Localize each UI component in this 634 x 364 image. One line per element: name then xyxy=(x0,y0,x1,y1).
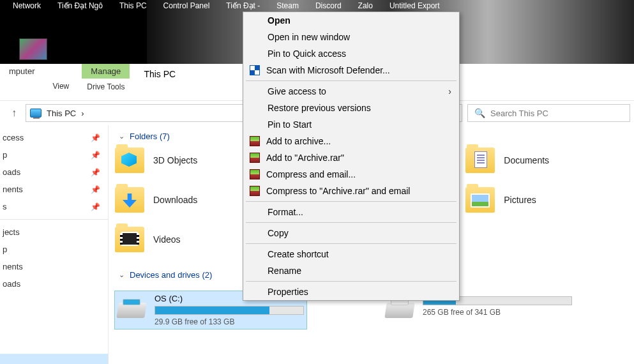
pin-icon: 📌 xyxy=(91,133,100,142)
search-icon: 🔍 xyxy=(474,108,485,118)
context-menu-label: Pin to Quick access xyxy=(268,49,346,59)
sidebar-item-label: s xyxy=(3,202,7,211)
folder-label: Videos xyxy=(153,234,181,245)
sidebar-item[interactable]: p📌 xyxy=(0,146,108,163)
drive-usage-bar xyxy=(155,306,304,315)
context-menu-label: Scan with Microsoft Defender... xyxy=(266,65,390,75)
folder-item[interactable]: Documents xyxy=(465,148,549,173)
pin-icon: 📌 xyxy=(91,151,100,160)
tab-manage[interactable]: Manage xyxy=(82,64,130,79)
context-menu-item[interactable]: Add to "Archive.rar" xyxy=(243,149,459,166)
context-menu-item[interactable]: Add to archive... xyxy=(243,133,459,149)
folders-group-label: Folders (7) xyxy=(130,132,170,141)
desktop-icon[interactable]: Discord xyxy=(315,0,342,10)
defender-icon xyxy=(250,65,260,75)
drive-icon xyxy=(117,296,146,318)
desktop-icon[interactable]: Zalo xyxy=(358,0,373,10)
desktop-icon[interactable]: Tiến Đạt - xyxy=(226,0,260,10)
sidebar-selection xyxy=(0,354,108,364)
folder-item[interactable]: 3D Objects xyxy=(115,148,197,173)
desktop-icon[interactable]: Untitled Export xyxy=(389,0,440,10)
folder-icon xyxy=(115,148,144,173)
context-menu-label: Rename xyxy=(268,266,301,276)
folder-label: 3D Objects xyxy=(153,155,197,165)
search-placeholder: Search This PC xyxy=(490,109,548,118)
context-menu: OpenOpen in new windowPin to Quick acces… xyxy=(243,11,460,301)
winrar-icon xyxy=(250,169,260,179)
desktop-icon[interactable]: Control Panel xyxy=(163,0,210,10)
context-menu-item[interactable]: Compress to "Archive.rar" and email xyxy=(243,183,459,199)
context-menu-label: Pin to Start xyxy=(268,119,312,130)
context-menu-label: Open xyxy=(268,15,291,26)
sidebar-item[interactable]: nents📌 xyxy=(0,181,108,198)
folder-item[interactable]: Pictures xyxy=(465,187,549,213)
sidebar-item-label: nents xyxy=(3,262,23,271)
winrar-icon xyxy=(250,136,260,146)
context-menu-item[interactable]: Format... xyxy=(243,204,459,220)
tab-view[interactable]: View xyxy=(43,78,78,95)
pin-icon: 📌 xyxy=(91,185,100,194)
pin-icon: 📌 xyxy=(91,168,100,177)
folder-icon xyxy=(115,187,144,213)
sidebar-item[interactable]: p xyxy=(0,241,108,258)
context-menu-item[interactable]: Rename xyxy=(243,262,459,279)
window-title: This PC xyxy=(133,64,186,84)
context-menu-item[interactable]: Open xyxy=(243,12,459,29)
desktop-icon[interactable]: Network xyxy=(13,0,41,10)
desktop-icon[interactable]: Steam xyxy=(276,0,299,10)
context-menu-item[interactable]: Create shortcut xyxy=(243,246,459,262)
context-menu-label: Properties xyxy=(268,287,308,297)
tab-computer[interactable]: mputer xyxy=(0,64,43,79)
sidebar-item[interactable]: s📌 xyxy=(0,198,108,215)
sidebar-item[interactable]: ccess📌 xyxy=(0,129,108,146)
drive-free-text: 265 GB free of 341 GB xyxy=(423,308,572,317)
sidebar-separator xyxy=(0,219,108,220)
sidebar-item[interactable]: nents xyxy=(0,258,108,275)
sidebar-item-label: jects xyxy=(3,227,20,237)
tab-drive-tools[interactable]: Drive Tools xyxy=(78,79,133,95)
context-menu-item[interactable]: Restore previous versions xyxy=(243,100,459,116)
context-menu-label: Compress and email... xyxy=(266,169,356,179)
sidebar-item-label: nents xyxy=(3,185,23,194)
context-menu-item[interactable]: Scan with Microsoft Defender... xyxy=(243,62,459,79)
folder-item[interactable]: Downloads xyxy=(115,187,197,213)
desktop-icon[interactable]: Tiến Đạt Ngô xyxy=(57,0,103,10)
context-menu-item[interactable]: Properties xyxy=(243,284,459,300)
sidebar-item[interactable]: oads📌 xyxy=(0,163,108,181)
folder-label: Documents xyxy=(504,155,549,165)
context-menu-label: Compress to "Archive.rar" and email xyxy=(266,186,410,196)
breadcrumb-chevron[interactable]: › xyxy=(81,109,84,118)
context-menu-item[interactable]: Pin to Start xyxy=(243,116,459,133)
context-menu-item[interactable]: Give access to› xyxy=(243,83,459,100)
folder-icon xyxy=(465,148,495,173)
context-menu-item[interactable]: Compress and email... xyxy=(243,166,459,183)
drives-group-label: Devices and drives (2) xyxy=(130,270,212,280)
breadcrumb-this-pc[interactable]: This PC xyxy=(47,109,76,118)
sidebar-item[interactable]: oads xyxy=(0,275,108,292)
desktop-icon[interactable]: This PC xyxy=(119,0,147,10)
sidebar-item-label: p xyxy=(3,150,7,160)
context-menu-label: Add to "Archive.rar" xyxy=(266,153,344,163)
context-menu-label: Give access to xyxy=(268,86,326,96)
chevron-down-icon: ⌄ xyxy=(119,132,125,140)
folder-label: Pictures xyxy=(504,195,536,205)
desktop-thumbnail[interactable] xyxy=(19,38,47,60)
pin-icon: 📌 xyxy=(91,202,100,211)
sidebar-item-label: p xyxy=(3,245,7,254)
context-menu-label: Copy xyxy=(268,228,289,238)
submenu-arrow-icon: › xyxy=(448,86,451,96)
this-pc-icon xyxy=(30,109,42,118)
context-menu-item[interactable]: Open in new window xyxy=(243,29,459,45)
search-box[interactable]: 🔍 Search This PC xyxy=(467,104,630,122)
folder-item[interactable]: Videos xyxy=(115,227,197,252)
drive-free-text: 29.9 GB free of 133 GB xyxy=(155,317,304,326)
winrar-icon xyxy=(250,186,260,196)
chevron-down-icon: ⌄ xyxy=(119,271,125,279)
sidebar-item-label: oads xyxy=(3,167,20,177)
context-menu-label: Create shortcut xyxy=(268,249,329,259)
sidebar-item[interactable]: jects xyxy=(0,224,108,241)
context-menu-item[interactable]: Copy xyxy=(243,225,459,241)
folder-icon xyxy=(465,187,495,213)
context-menu-item[interactable]: Pin to Quick access xyxy=(243,45,459,62)
nav-up-button[interactable]: ↑ xyxy=(4,104,24,122)
